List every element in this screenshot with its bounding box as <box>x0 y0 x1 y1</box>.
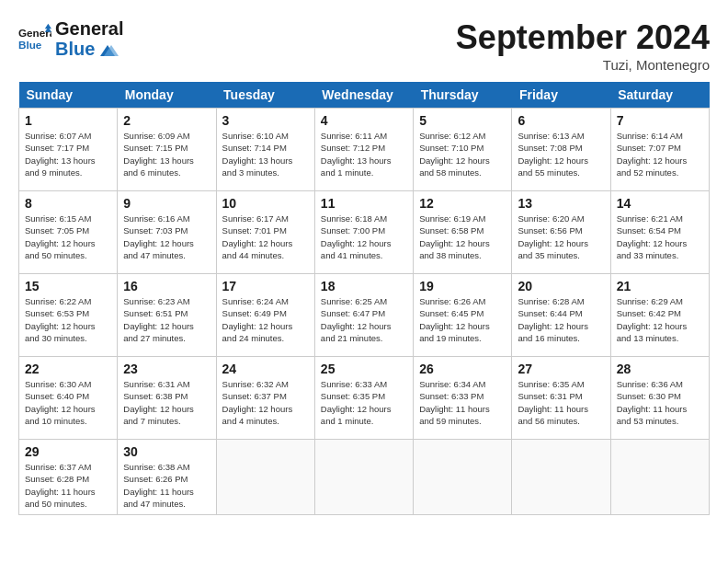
day-number: 9 <box>123 196 210 211</box>
col-header-friday: Friday <box>512 82 610 109</box>
day-number: 3 <box>222 113 309 128</box>
calendar-cell: 5Sunrise: 6:12 AMSunset: 7:10 PMDaylight… <box>414 109 512 191</box>
calendar-cell: 24Sunrise: 6:32 AMSunset: 6:37 PMDayligh… <box>216 357 314 440</box>
day-number: 8 <box>25 196 111 211</box>
calendar-cell: 13Sunrise: 6:20 AMSunset: 6:56 PMDayligh… <box>512 191 610 274</box>
day-number: 22 <box>25 362 111 376</box>
day-info: Sunrise: 6:14 AMSunset: 7:07 PMDaylight:… <box>617 130 703 178</box>
calendar-cell: 29Sunrise: 6:37 AMSunset: 6:28 PMDayligh… <box>19 440 118 515</box>
calendar-cell: 27Sunrise: 6:35 AMSunset: 6:31 PMDayligh… <box>512 357 610 440</box>
day-info: Sunrise: 6:07 AMSunset: 7:17 PMDaylight:… <box>25 130 111 178</box>
day-info: Sunrise: 6:17 AMSunset: 7:01 PMDaylight:… <box>222 213 309 261</box>
calendar-cell: 8Sunrise: 6:15 AMSunset: 7:05 PMDaylight… <box>19 191 118 274</box>
day-info: Sunrise: 6:19 AMSunset: 6:58 PMDaylight:… <box>419 213 506 261</box>
col-header-wednesday: Wednesday <box>314 82 413 109</box>
day-number: 15 <box>25 279 111 293</box>
day-info: Sunrise: 6:18 AMSunset: 7:00 PMDaylight:… <box>321 213 407 261</box>
title-area: September 2024 Tuzi, Montenegro <box>456 18 710 73</box>
day-info: Sunrise: 6:26 AMSunset: 6:45 PMDaylight:… <box>419 295 506 344</box>
day-number: 16 <box>123 279 210 293</box>
day-number: 30 <box>123 444 210 459</box>
day-number: 29 <box>25 444 111 459</box>
day-number: 21 <box>617 279 703 293</box>
calendar-cell: 18Sunrise: 6:25 AMSunset: 6:47 PMDayligh… <box>314 274 413 357</box>
logo: General Blue General Blue <box>18 18 123 59</box>
header-row: SundayMondayTuesdayWednesdayThursdayFrid… <box>19 82 710 109</box>
logo-blue-text: Blue <box>55 39 123 59</box>
calendar-cell: 22Sunrise: 6:30 AMSunset: 6:40 PMDayligh… <box>19 357 118 440</box>
day-info: Sunrise: 6:23 AMSunset: 6:51 PMDaylight:… <box>123 295 210 344</box>
week-row-1: 1Sunrise: 6:07 AMSunset: 7:17 PMDaylight… <box>19 109 710 191</box>
day-info: Sunrise: 6:12 AMSunset: 7:10 PMDaylight:… <box>419 130 506 178</box>
day-number: 1 <box>25 113 111 128</box>
day-number: 18 <box>321 279 407 293</box>
calendar-cell: 26Sunrise: 6:34 AMSunset: 6:33 PMDayligh… <box>414 357 512 440</box>
day-number: 10 <box>222 196 309 211</box>
day-info: Sunrise: 6:37 AMSunset: 6:28 PMDaylight:… <box>25 461 111 510</box>
day-info: Sunrise: 6:15 AMSunset: 7:05 PMDaylight:… <box>25 213 111 261</box>
day-number: 14 <box>617 196 703 211</box>
day-info: Sunrise: 6:35 AMSunset: 6:31 PMDaylight:… <box>518 378 604 427</box>
week-row-3: 15Sunrise: 6:22 AMSunset: 6:53 PMDayligh… <box>19 274 710 357</box>
calendar-cell: 23Sunrise: 6:31 AMSunset: 6:38 PMDayligh… <box>118 357 216 440</box>
calendar-cell: 6Sunrise: 6:13 AMSunset: 7:08 PMDaylight… <box>512 109 610 191</box>
calendar-cell: 2Sunrise: 6:09 AMSunset: 7:15 PMDaylight… <box>118 109 216 191</box>
day-number: 4 <box>321 113 407 128</box>
calendar-cell: 25Sunrise: 6:33 AMSunset: 6:35 PMDayligh… <box>314 357 413 440</box>
calendar-cell: 28Sunrise: 6:36 AMSunset: 6:30 PMDayligh… <box>610 357 709 440</box>
calendar-cell: 9Sunrise: 6:16 AMSunset: 7:03 PMDaylight… <box>118 191 216 274</box>
month-title: September 2024 <box>456 18 710 57</box>
calendar-cell: 17Sunrise: 6:24 AMSunset: 6:49 PMDayligh… <box>216 274 314 357</box>
day-info: Sunrise: 6:36 AMSunset: 6:30 PMDaylight:… <box>617 378 703 427</box>
day-info: Sunrise: 6:09 AMSunset: 7:15 PMDaylight:… <box>123 130 210 178</box>
calendar-cell: 30Sunrise: 6:38 AMSunset: 6:26 PMDayligh… <box>118 440 216 515</box>
calendar-cell: 3Sunrise: 6:10 AMSunset: 7:14 PMDaylight… <box>216 109 314 191</box>
week-row-2: 8Sunrise: 6:15 AMSunset: 7:05 PMDaylight… <box>19 191 710 274</box>
day-info: Sunrise: 6:28 AMSunset: 6:44 PMDaylight:… <box>518 295 604 344</box>
day-info: Sunrise: 6:22 AMSunset: 6:53 PMDaylight:… <box>25 295 111 344</box>
day-info: Sunrise: 6:33 AMSunset: 6:35 PMDaylight:… <box>321 378 407 427</box>
week-row-4: 22Sunrise: 6:30 AMSunset: 6:40 PMDayligh… <box>19 357 710 440</box>
day-number: 20 <box>518 279 604 293</box>
header: General Blue General Blue September 2024… <box>18 18 710 73</box>
day-number: 25 <box>321 362 407 376</box>
calendar-cell: 16Sunrise: 6:23 AMSunset: 6:51 PMDayligh… <box>118 274 216 357</box>
svg-text:Blue: Blue <box>18 39 42 51</box>
calendar-cell <box>216 440 314 515</box>
calendar-cell <box>610 440 709 515</box>
day-info: Sunrise: 6:21 AMSunset: 6:54 PMDaylight:… <box>617 213 703 261</box>
day-info: Sunrise: 6:31 AMSunset: 6:38 PMDaylight:… <box>123 378 210 427</box>
day-number: 26 <box>419 362 506 376</box>
day-info: Sunrise: 6:11 AMSunset: 7:12 PMDaylight:… <box>321 130 407 178</box>
day-info: Sunrise: 6:13 AMSunset: 7:08 PMDaylight:… <box>518 130 604 178</box>
calendar-cell: 20Sunrise: 6:28 AMSunset: 6:44 PMDayligh… <box>512 274 610 357</box>
calendar-cell: 15Sunrise: 6:22 AMSunset: 6:53 PMDayligh… <box>19 274 118 357</box>
day-number: 11 <box>321 196 407 211</box>
col-header-sunday: Sunday <box>19 82 118 109</box>
calendar-cell <box>414 440 512 515</box>
calendar-cell: 1Sunrise: 6:07 AMSunset: 7:17 PMDaylight… <box>19 109 118 191</box>
col-header-tuesday: Tuesday <box>216 82 314 109</box>
day-info: Sunrise: 6:10 AMSunset: 7:14 PMDaylight:… <box>222 130 309 178</box>
day-info: Sunrise: 6:30 AMSunset: 6:40 PMDaylight:… <box>25 378 111 427</box>
calendar-cell: 21Sunrise: 6:29 AMSunset: 6:42 PMDayligh… <box>610 274 709 357</box>
day-info: Sunrise: 6:24 AMSunset: 6:49 PMDaylight:… <box>222 295 309 344</box>
logo-icon: General Blue <box>18 22 51 55</box>
calendar-cell: 7Sunrise: 6:14 AMSunset: 7:07 PMDaylight… <box>610 109 709 191</box>
day-number: 7 <box>617 113 703 128</box>
day-number: 12 <box>419 196 506 211</box>
day-info: Sunrise: 6:32 AMSunset: 6:37 PMDaylight:… <box>222 378 309 427</box>
col-header-monday: Monday <box>118 82 216 109</box>
calendar-cell: 4Sunrise: 6:11 AMSunset: 7:12 PMDaylight… <box>314 109 413 191</box>
calendar-cell: 14Sunrise: 6:21 AMSunset: 6:54 PMDayligh… <box>610 191 709 274</box>
day-number: 24 <box>222 362 309 376</box>
day-number: 27 <box>518 362 604 376</box>
col-header-saturday: Saturday <box>610 82 709 109</box>
calendar-cell <box>512 440 610 515</box>
day-number: 23 <box>123 362 210 376</box>
calendar-cell: 12Sunrise: 6:19 AMSunset: 6:58 PMDayligh… <box>414 191 512 274</box>
day-number: 19 <box>419 279 506 293</box>
day-number: 13 <box>518 196 604 211</box>
day-info: Sunrise: 6:38 AMSunset: 6:26 PMDaylight:… <box>123 461 210 510</box>
calendar-cell: 11Sunrise: 6:18 AMSunset: 7:00 PMDayligh… <box>314 191 413 274</box>
